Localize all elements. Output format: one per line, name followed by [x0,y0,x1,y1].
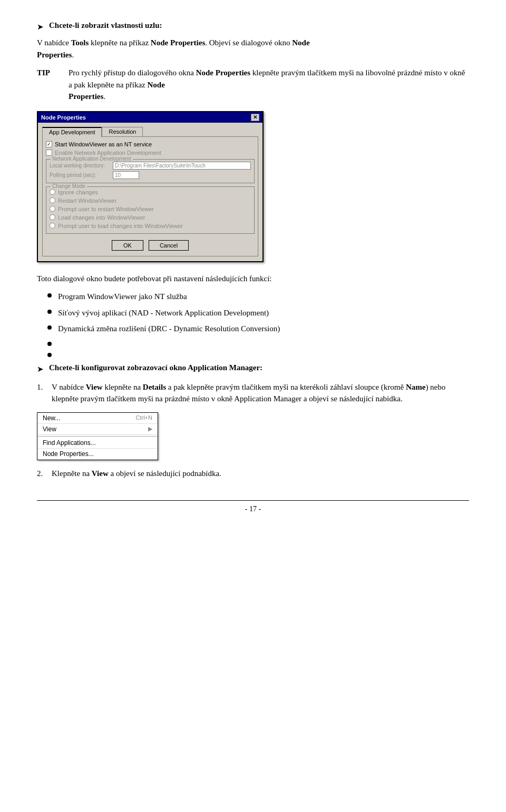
tip-text: Pro rychlý přístup do dialogového okna N… [69,67,469,103]
menu-label-view: View [43,425,56,433]
radio-row-2: Restart WindowViewer [50,197,251,204]
checkbox-row-1: Start WindowViewer as an NT service [46,141,255,147]
group-change-mode-label: Change Mode [51,183,87,189]
page-number: - 17 - [245,505,261,513]
context-menu: New... Ctrl+N View ▶ Find Applications..… [37,412,158,460]
group-nad-label: Network Application Development [51,156,133,162]
numbered-item-2: 2. Klepněte na View a objeví se následuj… [37,468,469,480]
local-dir-input[interactable]: D:\Program Files\FactorySuite\InTouch [113,162,251,170]
menu-shortcut-view: ▶ [148,425,152,433]
dialog-body: App Development Resolution Start WindowV… [38,123,262,261]
radio-prompt-load[interactable] [50,223,55,229]
radio-label-1: Ignore changes [58,189,98,195]
menu-item-node-props[interactable]: Node Properties... [37,449,158,460]
menu-label-find-apps: Find Applications... [43,439,96,447]
bullet-text-1: Program WindowViewer jako NT služba [58,291,187,303]
heading1-text: Chcete-li zobrazit vlastnosti uzlu: [49,21,162,30]
bullet-dot-1 [47,293,52,298]
bullet-item-1: Program WindowViewer jako NT služba [47,291,469,303]
bullet-dot-4 [47,342,52,346]
radio-load-changes[interactable] [50,214,55,220]
radio-label-5: Prompt user to load changes into WindowV… [58,223,183,229]
bullet-text-3: Dynamická změna rozlišení (DRC - Dynamic… [58,323,280,335]
arrow2-icon: ➤ [37,364,44,374]
node-properties-dialog: Node Properties ✕ App Development Resolu… [37,111,264,262]
group-nad: Network Application Development Local wo… [46,159,255,183]
view-bold-1: View [86,383,103,391]
bullet-item-5 [47,350,469,357]
dialog-titlebar: Node Properties ✕ [38,112,262,123]
menu-label-node-props: Node Properties... [43,450,94,458]
node-properties-bold2: Node Properties [196,68,250,77]
radio-prompt-restart[interactable] [50,206,55,212]
bullet-text-2: Síťový vývoj aplikací (NAD - Network App… [58,307,269,319]
bullet-dot-2 [47,310,52,314]
numbered-section: 1. V nabídce View klepněte na Details a … [37,381,469,480]
radio-row-1: Ignore changes [50,189,251,195]
menu-separator [37,436,158,437]
bullet-list: Program WindowViewer jako NT služba Síťo… [47,291,469,357]
view-bold-2: View [92,469,109,478]
radio-ignore-changes[interactable] [50,189,55,195]
radio-row-3: Prompt user to restart WindowViewer [50,206,251,212]
bullet-dot-5 [47,353,52,357]
dialog-title: Node Properties [41,114,86,121]
checkbox-row-2: Enable Network Application Development [46,150,255,156]
local-dir-label: Local working directory: [50,163,113,169]
cancel-button[interactable]: Cancel [149,240,189,251]
page-content: ➤ Chcete-li zobrazit vlastnosti uzlu: V … [37,21,469,513]
tab-row: App Development Resolution [42,127,258,137]
radio-restart-windowviewer[interactable] [50,197,55,203]
checkbox-label-1: Start WindowViewer as an NT service [55,141,152,147]
bullet-item-4 [47,339,469,346]
tip-block: TIP Pro rychlý přístup do dialogového ok… [37,67,469,103]
name-bold: Name [406,383,426,391]
node-properties-bold1: Node Properties [151,38,205,47]
bullet-item-3: Dynamická změna rozlišení (DRC - Dynamic… [47,323,469,335]
field-row-local-dir: Local working directory: D:\Program File… [50,162,251,170]
group-change-mode: Change Mode Ignore changes Restart Windo… [46,186,255,234]
numbered-item-1: 1. V nabídce View klepněte na Details a … [37,381,469,405]
checkbox-enable-network[interactable] [46,150,52,156]
radio-row-5: Prompt user to load changes into WindowV… [50,223,251,229]
menu-item-view[interactable]: View ▶ [37,424,158,435]
bullet-item-2: Síťový vývoj aplikací (NAD - Network App… [47,307,469,319]
menu-item-new[interactable]: New... Ctrl+N [37,413,158,424]
numbered-text-1: V nabídce View klepněte na Details a pak… [52,381,469,405]
field-row-polling: Polling period (sec): 10 [50,171,251,179]
details-bold: Details [143,383,166,391]
menu-shortcut-new: Ctrl+N [136,414,152,422]
paragraph2: Toto dialogové okno budete potřebovat př… [37,273,469,285]
tools-bold: Tools [71,38,89,47]
radio-row-4: Load changes into WindowViewer [50,214,251,221]
heading1: ➤ Chcete-li zobrazit vlastnosti uzlu: [37,21,469,32]
heading2-text: Chcete-li konfigurovat zobrazovací okno … [49,363,262,372]
menu-item-find-apps[interactable]: Find Applications... [37,438,158,449]
arrow-icon: ➤ [37,22,44,32]
paragraph1: V nabídce Tools klepněte na příkaz Node … [37,37,469,61]
polling-input[interactable]: 10 [113,171,139,179]
heading2: ➤ Chcete-li konfigurovat zobrazovací okn… [37,363,469,374]
numbered-num-2: 2. [37,468,52,480]
node-properties-bold3: NodeProperties [69,81,165,101]
dialog-buttons: OK Cancel [46,236,255,253]
dialog-close-button[interactable]: ✕ [251,114,259,121]
ok-button[interactable]: OK [112,240,143,251]
radio-label-4: Load changes into WindowViewer [58,214,145,221]
radio-label-2: Restart WindowViewer [58,197,116,204]
tab-resolution[interactable]: Resolution [102,127,143,137]
checkbox-label-2: Enable Network Application Development [55,150,161,156]
polling-label: Polling period (sec): [50,172,113,178]
page-footer: - 17 - [37,500,469,513]
checkbox-start-windowviewer[interactable] [46,141,52,147]
dialog-container: Node Properties ✕ App Development Resolu… [37,111,469,262]
context-menu-container: New... Ctrl+N View ▶ Find Applications..… [37,412,469,460]
numbered-text-2: Klepněte na View a objeví se následující… [52,468,221,480]
radio-label-3: Prompt user to restart WindowViewer [58,206,154,212]
bullet-dot-3 [47,325,52,330]
tip-label: TIP [37,67,53,79]
numbered-num-1: 1. [37,381,52,393]
menu-label-new: New... [43,414,60,422]
tab-app-development[interactable]: App Development [42,127,102,137]
tab-content: Start WindowViewer as an NT service Enab… [42,136,258,256]
